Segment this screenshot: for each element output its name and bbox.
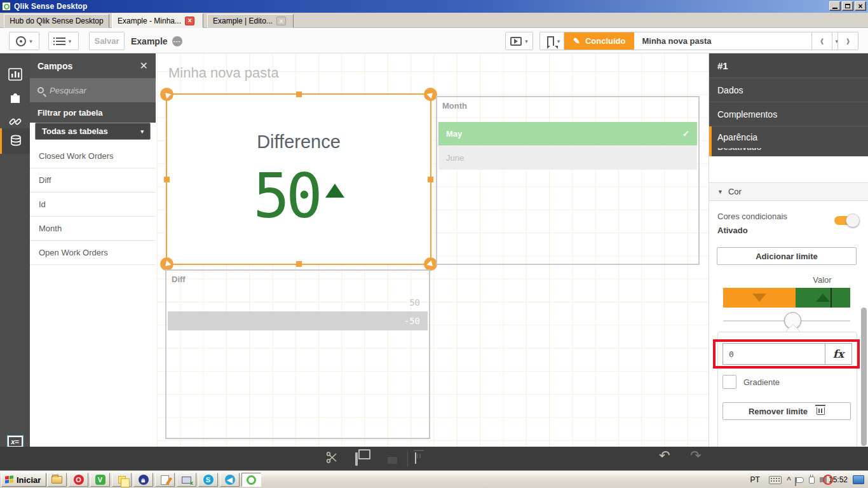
qlik-logo-icon	[2, 2, 11, 11]
field-item[interactable]: Closed Work Orders	[30, 144, 156, 168]
filter-pane-title: Month	[442, 101, 467, 111]
skype-icon: S	[203, 475, 214, 485]
limit-value-input[interactable]	[722, 343, 825, 365]
panel-scrollbar[interactable]	[861, 308, 867, 446]
kpi-object[interactable]: Difference 50	[166, 94, 431, 264]
compass-icon	[16, 36, 26, 46]
gradient-checkbox[interactable]	[722, 375, 736, 389]
rail-extensions-button[interactable]	[0, 86, 30, 109]
cut-button[interactable]	[325, 451, 338, 466]
month-filter-pane[interactable]: Month May ✓ June	[436, 96, 700, 265]
minimize-button[interactable]	[829, 1, 841, 11]
rail-charts-button[interactable]	[0, 62, 30, 86]
limit-input-row: fx	[722, 343, 852, 365]
fields-panel-title: Campos	[37, 61, 72, 71]
qlik-icon	[247, 475, 256, 485]
sheet-canvas: Minha nova pasta Difference 50 Month May	[156, 53, 709, 447]
diff-object[interactable]: Diff 50 -50	[165, 269, 430, 439]
green-segment[interactable]	[796, 288, 850, 308]
color-section-header[interactable]: ▼ Cor	[709, 182, 868, 201]
filter-item-may[interactable]: May ✓	[438, 122, 697, 146]
taskbar-explorer-button[interactable]	[47, 473, 67, 487]
add-limit-button[interactable]: Adicionar limite	[717, 247, 857, 265]
puzzle-icon	[9, 92, 22, 104]
copy-button[interactable]	[355, 454, 358, 465]
delete-button[interactable]	[415, 452, 416, 464]
tab-close-icon[interactable]: ×	[276, 17, 286, 25]
remove-limit-button[interactable]: Remover limite	[722, 402, 851, 420]
fields-panel-header: Campos ✕	[30, 53, 156, 78]
previous-sheet-button[interactable]: ‹	[811, 32, 832, 50]
tab-example-sheet[interactable]: Example - Minha... ×	[112, 13, 203, 28]
taskbar-keepass-button[interactable]: 🔒︎	[133, 473, 153, 487]
section-complementos[interactable]: Complementos	[709, 102, 868, 126]
storytelling-button[interactable]: ▾	[505, 32, 533, 50]
taskbar-remote-button[interactable]	[177, 473, 196, 487]
properties-panel: #1 Dados Complementos Aparência Desativa…	[709, 53, 868, 447]
show-desktop-icon[interactable]	[853, 475, 864, 484]
taskbar-skype-button[interactable]: S	[198, 473, 218, 487]
taskbar-editor-button[interactable]	[155, 473, 175, 487]
sheet-header-group: ✎ Concluído Minha nova pasta ▾	[564, 32, 845, 50]
field-item[interactable]: Id	[30, 193, 156, 217]
copy-icon	[355, 452, 358, 466]
redo-button[interactable]: ↷	[690, 449, 702, 462]
field-item[interactable]: Open Work Orders	[30, 241, 156, 265]
flag-icon[interactable]	[796, 477, 804, 483]
orange-segment[interactable]	[723, 288, 796, 308]
triangle-down-icon	[752, 294, 766, 302]
section-aparencia[interactable]: Aparência	[709, 126, 868, 148]
start-button[interactable]: Iniciar	[1, 473, 46, 487]
tab-close-icon[interactable]: ×	[185, 17, 194, 25]
tab-example-editor[interactable]: Example | Edito... ×	[207, 14, 294, 28]
chevron-down-icon: ▼	[717, 189, 723, 195]
expression-editor-button[interactable]: fx	[825, 343, 852, 365]
close-icon[interactable]: ✕	[140, 60, 148, 72]
done-editing-button[interactable]: ✎ Concluído	[564, 32, 634, 50]
divider	[407, 451, 408, 466]
tables-dropdown[interactable]: Todas as tabelas ▾	[35, 123, 151, 140]
hidden-icons-chevron[interactable]: ^	[787, 475, 791, 484]
taskbar-opera-button[interactable]: O	[69, 473, 88, 487]
taskbar-notes-button[interactable]	[112, 473, 132, 487]
save-button[interactable]: Salvar	[89, 32, 125, 50]
taskbar-telegram-button[interactable]: ◀	[220, 473, 240, 487]
lock-icon: 🔒︎	[139, 475, 149, 485]
language-indicator[interactable]: PT	[747, 474, 764, 485]
fields-panel: Campos ✕ Filtrar por tabela Todas as tab…	[30, 53, 156, 447]
system-tray: PT ^ 15:52	[747, 471, 868, 488]
undo-button[interactable]: ↶	[659, 449, 670, 462]
app-info-icon[interactable]: ---	[172, 36, 182, 46]
close-button[interactable]: ×	[855, 1, 866, 11]
taskbar-qlik-button[interactable]	[241, 473, 261, 487]
field-item[interactable]: Month	[30, 217, 156, 241]
next-sheet-button[interactable]: ›	[837, 32, 858, 50]
field-item[interactable]: Diff	[30, 168, 156, 193]
chevron-down-icon: ▾	[140, 128, 144, 135]
sheet-title-field[interactable]: Minha nova pasta	[634, 32, 813, 50]
global-menu-button[interactable]: ▾	[48, 32, 79, 50]
triangle-up-icon	[816, 294, 830, 302]
restore-button[interactable]	[842, 1, 853, 11]
filter-item-june[interactable]: June	[438, 146, 697, 170]
app-toolbar: ▾ ▾ Salvar Example --- ▾ ▾ ✎ Concluído M…	[0, 28, 868, 53]
keyboard-icon[interactable]	[769, 476, 782, 484]
section-dados[interactable]: Dados	[709, 78, 868, 102]
muted-speaker-icon[interactable]	[820, 477, 824, 482]
fields-search-input[interactable]	[50, 86, 132, 95]
variables-icon: x=	[8, 436, 23, 447]
clipped-subsection: Desativado	[709, 148, 868, 156]
rail-fields-button[interactable]	[0, 128, 30, 154]
taskbar-v-app-button[interactable]: V	[90, 473, 110, 487]
power-plug-icon[interactable]	[809, 477, 815, 484]
filter-by-table-label: Filtrar por tabela	[30, 102, 156, 123]
conditional-colors-toggle[interactable]	[834, 216, 856, 225]
left-icon-rail: x=	[0, 53, 30, 470]
gradient-row: Gradiente	[722, 375, 780, 389]
qlik-sense-desktop-window: Qlik Sense Desktop × Hub do Qlik Sense D…	[0, 0, 868, 488]
pencil-icon: ✎	[573, 36, 580, 46]
list-icon	[56, 37, 65, 45]
navigation-menu-button[interactable]: ▾	[9, 32, 39, 50]
sheet-canvas-title[interactable]: Minha nova pasta	[168, 65, 279, 81]
tab-hub[interactable]: Hub do Qlik Sense Desktop	[4, 14, 109, 28]
